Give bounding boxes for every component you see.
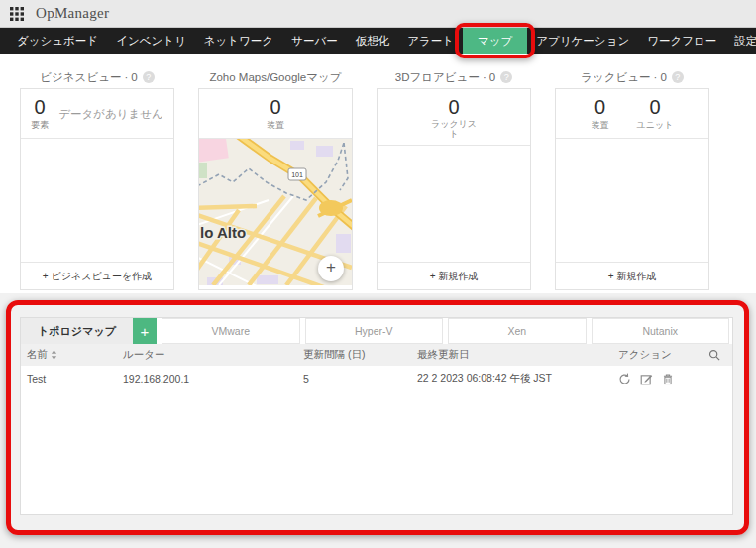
overview-cards: ビジネスビュー · 0 ? 0 要素 データがありません + ビジネスビューを作… bbox=[0, 54, 756, 293]
card-title-text: ラックビュー bbox=[581, 70, 650, 85]
page: OpManager ダッシュボード インベントリ ネットワーク サーバー 仮想化… bbox=[0, 0, 756, 548]
title-separator: · bbox=[124, 71, 128, 83]
no-data-text: データがありません bbox=[58, 107, 163, 122]
title-separator: · bbox=[483, 71, 486, 83]
floor-view-card: 0 ラックリスト + 新規作成 bbox=[377, 88, 531, 290]
cell-router: 192.168.200.1 bbox=[123, 373, 303, 384]
card-count: 0 bbox=[131, 71, 137, 83]
stat-label: 要素 bbox=[31, 119, 49, 132]
zoho-maps-column: Zoho Maps/Googleマップ 0 装置 bbox=[198, 66, 353, 293]
card-title-text: Zoho Maps/Googleマップ bbox=[209, 70, 341, 85]
stat-label: ラックリスト bbox=[428, 119, 480, 139]
help-icon[interactable]: ? bbox=[672, 71, 684, 83]
search-icon[interactable] bbox=[708, 349, 720, 361]
rack-view-column: ラックビュー · 0 ? 0 装置 0 ユニット bbox=[555, 66, 709, 293]
help-icon[interactable]: ? bbox=[500, 71, 512, 83]
nav-item-settings[interactable]: 設定 bbox=[725, 28, 756, 54]
floor-view-title: 3Dフロアビュー · 0 ? bbox=[377, 66, 531, 88]
stat-label: 装置 bbox=[592, 119, 609, 132]
delete-icon[interactable] bbox=[662, 373, 674, 385]
floor-view-stats: 0 ラックリスト bbox=[378, 89, 530, 146]
route-shield-label: 101 bbox=[291, 171, 303, 178]
zoho-maps-card: 0 装置 bbox=[198, 88, 353, 290]
stat-label: ユニット bbox=[637, 119, 674, 132]
add-tab-button[interactable]: + bbox=[133, 318, 157, 344]
panel-tabs: トポロジマップ + VMware Hyper-V Xen Nutanix bbox=[21, 318, 732, 344]
cell-last-updated: 22 2 2023 06:08:42 午後 JST bbox=[417, 372, 618, 385]
apps-grid-icon[interactable] bbox=[10, 7, 24, 21]
column-header-router: ルーター bbox=[123, 348, 303, 362]
edit-icon[interactable] bbox=[640, 373, 653, 385]
column-label: 名前 bbox=[27, 348, 48, 362]
sort-icon bbox=[51, 350, 57, 360]
app-title: OpManager bbox=[36, 5, 109, 22]
card-title-text: 3Dフロアビュー bbox=[395, 70, 480, 85]
rack-view-card: 0 装置 0 ユニット + 新規作成 bbox=[555, 88, 709, 290]
card-title-text: ビジネスビュー bbox=[40, 70, 121, 85]
topbar: OpManager bbox=[0, 0, 756, 28]
rack-view-body bbox=[556, 139, 708, 262]
stat-block: 0 要素 bbox=[31, 97, 49, 132]
table-header: 名前 ルーター 更新間隔 (日) 最終更新日 アクション bbox=[21, 344, 732, 366]
topology-panel: トポロジマップ + VMware Hyper-V Xen Nutanix 名前 … bbox=[20, 317, 733, 515]
stat-value: 0 bbox=[267, 97, 284, 117]
nav-item-workflow[interactable]: ワークフロー bbox=[638, 28, 725, 54]
help-icon[interactable]: ? bbox=[143, 71, 155, 83]
refresh-icon[interactable] bbox=[618, 373, 631, 385]
stat-label: 装置 bbox=[267, 119, 284, 132]
create-floor-view-button[interactable]: + 新規作成 bbox=[378, 262, 530, 289]
search-cell bbox=[696, 349, 732, 361]
card-count: 0 bbox=[489, 71, 495, 83]
business-view-column: ビジネスビュー · 0 ? 0 要素 データがありません + ビジネスビューを作… bbox=[20, 66, 174, 293]
business-view-body bbox=[21, 139, 173, 262]
card-count: 0 bbox=[660, 71, 666, 83]
column-header-interval: 更新間隔 (日) bbox=[303, 348, 417, 362]
stat-pair: 0 装置 0 ユニット bbox=[560, 97, 704, 132]
column-header-actions: アクション bbox=[618, 348, 696, 362]
create-business-view-button[interactable]: + ビジネスビューを作成 bbox=[21, 262, 173, 289]
cell-actions bbox=[618, 373, 696, 385]
tab-nutanix[interactable]: Nutanix bbox=[592, 318, 730, 344]
map-zoom-in-button[interactable]: + bbox=[318, 256, 344, 281]
stat-value: 0 bbox=[637, 97, 674, 117]
nav-item-inventory[interactable]: インベントリ bbox=[107, 28, 195, 54]
tab-xen[interactable]: Xen bbox=[448, 318, 587, 344]
stat-value: 0 bbox=[428, 97, 480, 117]
stat-value: 0 bbox=[592, 97, 609, 117]
column-header-name[interactable]: 名前 bbox=[21, 348, 123, 362]
nav-item-dashboard[interactable]: ダッシュボード bbox=[8, 28, 107, 54]
stat-block: 0 ユニット bbox=[637, 97, 674, 132]
main-nav: ダッシュボード インベントリ ネットワーク サーバー 仮想化 アラート マップ … bbox=[0, 28, 756, 54]
cell-name: Test bbox=[21, 373, 123, 384]
title-separator: · bbox=[654, 71, 658, 83]
map-image[interactable]: 101 lo Alto + bbox=[199, 139, 352, 289]
floor-view-column: 3Dフロアビュー · 0 ? 0 ラックリスト + 新規作成 bbox=[377, 66, 531, 293]
nav-item-server[interactable]: サーバー bbox=[282, 28, 347, 54]
stat-block: 0 ラックリスト bbox=[428, 97, 480, 139]
column-header-last-updated: 最終更新日 bbox=[417, 348, 618, 362]
create-rack-view-button[interactable]: + 新規作成 bbox=[556, 262, 708, 289]
rack-view-title: ラックビュー · 0 ? bbox=[555, 66, 709, 88]
cell-interval: 5 bbox=[303, 373, 417, 384]
stat-block: 0 装置 bbox=[267, 97, 284, 132]
tab-vmware[interactable]: VMware bbox=[162, 318, 300, 344]
business-view-stats: 0 要素 データがありません bbox=[21, 89, 173, 139]
zoho-maps-stats: 0 装置 bbox=[199, 89, 352, 139]
table-row[interactable]: Test 192.168.200.1 5 22 2 2023 06:08:42 … bbox=[21, 366, 732, 391]
nav-item-network[interactable]: ネットワーク bbox=[195, 28, 282, 54]
rack-view-stats: 0 装置 0 ユニット bbox=[556, 89, 708, 139]
zoho-maps-title: Zoho Maps/Googleマップ bbox=[198, 66, 353, 88]
nav-item-applications[interactable]: アプリケーション bbox=[527, 28, 638, 54]
nav-item-alerts[interactable]: アラート bbox=[398, 28, 463, 54]
floor-view-body bbox=[378, 146, 530, 262]
tab-hyperv[interactable]: Hyper-V bbox=[305, 318, 444, 344]
stat-block: 0 装置 bbox=[592, 97, 609, 132]
business-view-card: 0 要素 データがありません + ビジネスビューを作成 bbox=[20, 88, 174, 290]
nav-item-virtualization[interactable]: 仮想化 bbox=[347, 28, 399, 54]
stat-value: 0 bbox=[31, 97, 49, 117]
nav-item-map[interactable]: マップ bbox=[463, 28, 527, 54]
maps-panel-section: トポロジマップ + VMware Hyper-V Xen Nutanix 名前 … bbox=[0, 293, 756, 548]
map-place-label: lo Alto bbox=[200, 224, 246, 241]
business-view-title: ビジネスビュー · 0 ? bbox=[20, 66, 174, 88]
tab-topology-map[interactable]: トポロジマップ bbox=[21, 318, 133, 344]
